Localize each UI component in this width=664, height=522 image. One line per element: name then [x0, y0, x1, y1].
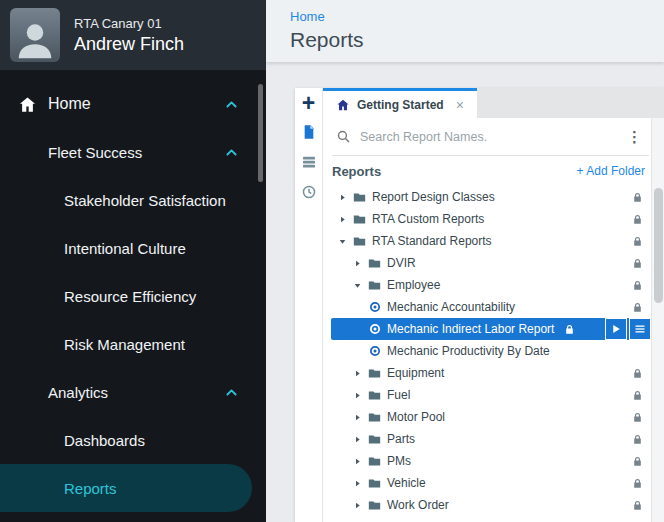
lock-icon [632, 456, 643, 467]
history-button[interactable] [298, 183, 320, 205]
page-title: Reports [290, 28, 664, 52]
folder-icon [367, 367, 382, 380]
search-row: ⋮ [332, 118, 649, 156]
chevron-up-icon [223, 96, 240, 113]
tree-row-pms[interactable]: PMs [331, 450, 651, 472]
expand-caret-icon[interactable] [353, 501, 366, 510]
expand-caret-icon[interactable] [353, 413, 366, 422]
tree-row-equipment[interactable]: Equipment [331, 362, 651, 384]
sidebar-item-label: Stakeholder Satisfaction [64, 192, 226, 209]
lock-icon [632, 192, 643, 203]
sidebar-item-label: Dashboards [64, 432, 145, 449]
report-file-button[interactable] [298, 123, 320, 145]
sidebar-item-fleet-success[interactable]: Fleet Success [0, 128, 266, 176]
tree-row-rta-standard-reports[interactable]: RTA Standard Reports [331, 230, 651, 252]
folder-icon [367, 433, 382, 446]
chevron-up-icon [223, 384, 240, 401]
run-report-button[interactable] [605, 318, 627, 340]
collapse-caret-icon[interactable] [353, 281, 366, 290]
folder-icon [352, 191, 367, 204]
page-header: Home Reports [266, 0, 664, 62]
tree-row-dvir[interactable]: DVIR [331, 252, 651, 274]
tree-row-parts[interactable]: Parts [331, 428, 651, 450]
tree-row-label: Fuel [387, 388, 410, 402]
sidebar-nav: HomeFleet SuccessStakeholder Satisfactio… [0, 70, 266, 512]
expand-caret-icon[interactable] [353, 259, 366, 268]
lock-icon [564, 324, 575, 335]
sidebar-item-intentional-culture[interactable]: Intentional Culture [0, 224, 266, 272]
add-button[interactable]: + [298, 93, 320, 115]
more-options-icon[interactable]: ⋮ [624, 128, 645, 146]
queue-button[interactable] [298, 153, 320, 175]
avatar[interactable] [10, 8, 60, 62]
search-input[interactable] [360, 130, 615, 144]
history-icon [301, 184, 317, 204]
tree-row-motor-pool[interactable]: Motor Pool [331, 406, 651, 428]
expand-caret-icon[interactable] [353, 435, 366, 444]
tree-row-vehicle[interactable]: Vehicle [331, 472, 651, 494]
collapse-caret-icon[interactable] [338, 237, 351, 246]
sidebar-item-reports[interactable]: Reports [0, 464, 252, 512]
tree-row-label: Mechanic Accountability [387, 300, 515, 314]
tree-row-report-design-classes[interactable]: Report Design Classes [331, 186, 651, 208]
tree-row-mechanic-productivity-by-date[interactable]: Mechanic Productivity By Date [331, 340, 651, 362]
sidebar-scrollbar-thumb[interactable] [258, 84, 263, 182]
tree-row-label: Equipment [387, 366, 444, 380]
profile-header[interactable]: RTA Canary 01 Andrew Finch [0, 0, 266, 70]
report-tree: Report Design ClassesRTA Custom ReportsR… [323, 186, 651, 516]
tree-row-work-order[interactable]: Work Order [331, 494, 651, 516]
sidebar-item-dashboards[interactable]: Dashboards [0, 416, 266, 464]
close-icon[interactable]: × [456, 97, 464, 113]
folder-icon [367, 499, 382, 512]
main-area: Home Reports + Getting Started × [266, 0, 664, 522]
expand-caret-icon[interactable] [353, 369, 366, 378]
tree-row-rta-custom-reports[interactable]: RTA Custom Reports [331, 208, 651, 230]
sidebar-item-label: Fleet Success [48, 144, 142, 161]
report-menu-button[interactable] [629, 318, 651, 340]
reports-content: ⋮ Reports + Add Folder Report Design Cla… [323, 118, 664, 522]
folder-icon [367, 389, 382, 402]
lock-icon [632, 368, 643, 379]
expand-caret-icon[interactable] [353, 479, 366, 488]
reports-label: Reports [332, 164, 381, 179]
folder-icon [367, 477, 382, 490]
tree-row-employee[interactable]: Employee [331, 274, 651, 296]
folder-icon [367, 411, 382, 424]
tree-scrollbar-thumb[interactable] [654, 188, 663, 303]
search-icon [336, 129, 351, 144]
tree-row-label: Motor Pool [387, 410, 445, 424]
lock-icon [632, 302, 643, 313]
sidebar-item-stakeholder-satisfaction[interactable]: Stakeholder Satisfaction [0, 176, 266, 224]
sidebar-item-resource-efficiency[interactable]: Resource Efficiency [0, 272, 266, 320]
sidebar-item-home[interactable]: Home [0, 80, 266, 128]
sidebar-item-label: Resource Efficiency [64, 288, 196, 305]
tree-row-label: Vehicle [387, 476, 426, 490]
home-icon [18, 95, 37, 114]
expand-caret-icon[interactable] [338, 193, 351, 202]
add-folder-button[interactable]: + Add Folder [577, 164, 645, 178]
sidebar-item-analytics[interactable]: Analytics [0, 368, 266, 416]
tree-row-label: PMs [387, 454, 411, 468]
reports-panel: + Getting Started × ⋮ [295, 88, 664, 522]
report-icon [369, 301, 381, 313]
tree-row-fuel[interactable]: Fuel [331, 384, 651, 406]
expand-caret-icon[interactable] [353, 391, 366, 400]
report-icon [369, 345, 381, 357]
lock-icon [632, 500, 643, 511]
tree-row-mechanic-accountability[interactable]: Mechanic Accountability [331, 296, 651, 318]
expand-caret-icon[interactable] [338, 215, 351, 224]
tree-row-mechanic-indirect-labor-report[interactable]: Mechanic Indirect Labor Report [331, 318, 651, 340]
sidebar-item-label: Risk Management [64, 336, 185, 353]
breadcrumb-home-link[interactable]: Home [290, 9, 664, 24]
sidebar-item-risk-management[interactable]: Risk Management [0, 320, 266, 368]
sidebar-item-label: Home [48, 95, 91, 113]
tree-row-label: Employee [387, 278, 440, 292]
folder-icon [367, 455, 382, 468]
tab-getting-started[interactable]: Getting Started × [323, 88, 477, 118]
lock-icon [632, 434, 643, 445]
expand-caret-icon[interactable] [353, 457, 366, 466]
lock-icon [632, 412, 643, 423]
tab-label: Getting Started [357, 98, 444, 112]
tree-row-label: Mechanic Indirect Labor Report [387, 322, 554, 336]
tree-scrollbar[interactable] [651, 118, 664, 522]
